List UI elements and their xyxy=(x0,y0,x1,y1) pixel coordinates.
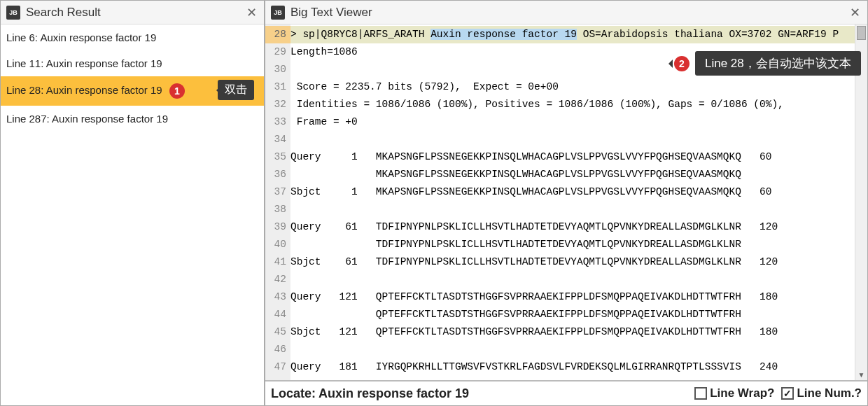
line-number: 34 xyxy=(265,131,290,148)
linenum-label: Line Num.? xyxy=(797,386,862,400)
scrollbar-thumb[interactable] xyxy=(857,26,866,40)
text-viewer-panel: JB Big Text Viewer ✕ 2829303132333435363… xyxy=(265,0,868,406)
result-item-label: Line 28: Auxin response factor 19 xyxy=(6,84,162,96)
line-number: 30 xyxy=(265,61,290,78)
code-line xyxy=(290,341,867,358)
annotation-2: 2 Line 28，会自动选中该文本 xyxy=(670,51,861,76)
line-number: 42 xyxy=(265,271,290,288)
linewrap-checkbox[interactable]: Line Wrap? xyxy=(694,386,774,400)
close-icon[interactable]: ✕ xyxy=(244,6,258,20)
linenum-checkbox[interactable]: Line Num.? xyxy=(781,386,862,400)
search-result-panel: JB Search Result ✕ Line 6: Auxin respons… xyxy=(0,0,265,406)
line-number: 45 xyxy=(265,323,290,341)
code-line xyxy=(290,131,867,148)
result-item[interactable]: Line 6: Auxin response factor 19 xyxy=(1,24,264,50)
line-number: 40 xyxy=(265,236,290,253)
code-line: Identities = 1086/1086 (100%), Positives… xyxy=(290,96,867,113)
code-line: QPTEFFCKTLTASDTSTHGGFSVPRRAAEKIFPPLDFSMQ… xyxy=(290,306,867,323)
statusbar: Locate: Auxin response factor 19 Line Wr… xyxy=(265,380,867,405)
linewrap-label: Line Wrap? xyxy=(710,386,774,400)
selected-text: Auxin response factor 19 xyxy=(430,29,577,40)
vertical-scrollbar[interactable]: ▼ xyxy=(855,24,867,380)
viewer-titlebar: JB Big Text Viewer ✕ xyxy=(265,1,867,24)
line-number: 28 xyxy=(265,26,290,43)
code-line: Query 1 MKAPSNGFLPSSNEGEKKPINSQLWHACAGPL… xyxy=(290,148,867,166)
result-item[interactable]: Line 287: Auxin response factor 19 xyxy=(1,106,264,132)
line-number: 29 xyxy=(265,43,290,61)
checkbox-icon[interactable] xyxy=(694,387,707,400)
annotation-tooltip-1: 双击 xyxy=(218,80,254,100)
line-number: 35 xyxy=(265,148,290,166)
code-line: TDFIPNYPNLPSKLICLLHSVTLHADTETDEVYAQMTLQP… xyxy=(290,236,867,253)
app-icon: JB xyxy=(6,6,20,20)
code-line: Query 61 TDFIPNYPNLPSKLICLLHSVTLHADTETDE… xyxy=(290,218,867,236)
viewer-title: Big Text Viewer xyxy=(290,6,848,20)
code-line: Sbjct 121 QPTEFFCKTLTASDTSTHGGFSVPRRAAEK… xyxy=(290,323,867,341)
code-line: Score = 2235.7 bits (5792), Expect = 0e+… xyxy=(290,78,867,96)
line-number: 46 xyxy=(265,341,290,358)
line-number: 38 xyxy=(265,201,290,218)
code-line: > sp|Q8RYC8|ARFS_ARATH Auxin response fa… xyxy=(290,26,867,43)
line-number: 41 xyxy=(265,253,290,271)
line-number: 33 xyxy=(265,113,290,131)
code-line: Frame = +0 xyxy=(290,113,867,131)
code-line: Query 121 QPTEFFCKTLTASDTSTHGGFSVPRRAAEK… xyxy=(290,288,867,306)
annotation-badge-1: 1 xyxy=(169,83,185,99)
line-number: 32 xyxy=(265,96,290,113)
line-number: 37 xyxy=(265,183,290,201)
scroll-down-icon[interactable]: ▼ xyxy=(855,369,867,380)
viewer-body: 2829303132333435363738394041424344454647… xyxy=(265,24,867,380)
code-line: MKAPSNGFLPSSNEGEKKPINSQLWHACAGPLVSLPPVGS… xyxy=(290,166,867,183)
code-line: Sbjct 61 TDFIPNYPNLPSKLICLLHSVTLHADTETDE… xyxy=(290,253,867,271)
app-icon: JB xyxy=(271,6,285,20)
locate-value: Auxin response factor 19 xyxy=(318,386,687,401)
result-item-selected[interactable]: Line 28: Auxin response factor 19 1 双击 xyxy=(1,76,264,106)
annotation-tooltip-2: Line 28，会自动选中该文本 xyxy=(695,51,861,76)
line-number-gutter: 2829303132333435363738394041424344454647 xyxy=(265,24,290,380)
content-area[interactable]: > sp|Q8RYC8|ARFS_ARATH Auxin response fa… xyxy=(290,24,867,380)
annotation-badge-2: 2 xyxy=(674,56,690,71)
line-number: 39 xyxy=(265,218,290,236)
line-number: 36 xyxy=(265,166,290,183)
checkbox-icon[interactable] xyxy=(781,387,794,400)
close-icon[interactable]: ✕ xyxy=(848,6,862,20)
code-line: Query 181 IYRGQPKRHLLTTGWSVFVSTKRLFAGDSV… xyxy=(290,358,867,376)
code-line xyxy=(290,271,867,288)
code-line: Sbjct 1 MKAPSNGFLPSSNEGEKKPINSQLWHACAGPL… xyxy=(290,183,867,201)
line-number: 43 xyxy=(265,288,290,306)
line-number: 44 xyxy=(265,306,290,323)
locate-label: Locate: xyxy=(271,386,316,401)
results-list: Line 6: Auxin response factor 19 Line 11… xyxy=(1,24,264,405)
search-title: Search Result xyxy=(26,6,244,20)
code-line xyxy=(290,201,867,218)
result-item[interactable]: Line 11: Auxin response factor 19 xyxy=(1,50,264,76)
line-number: 31 xyxy=(265,78,290,96)
line-number: 47 xyxy=(265,358,290,376)
search-titlebar: JB Search Result ✕ xyxy=(1,1,264,24)
